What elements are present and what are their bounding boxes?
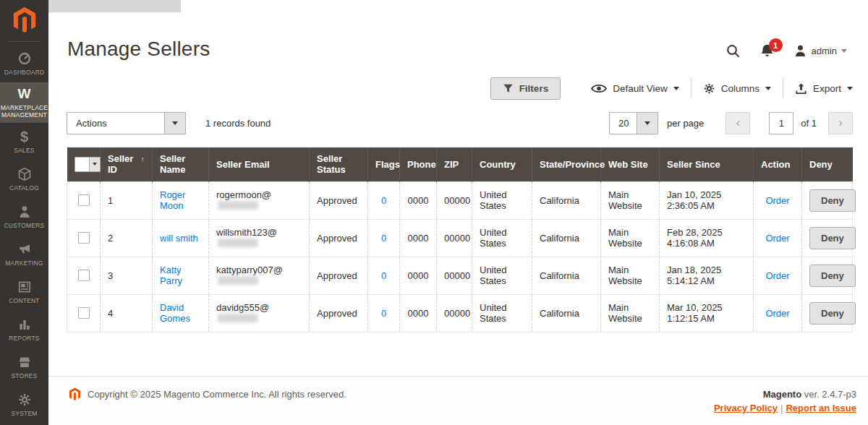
default-view-label: Default View [613,83,668,94]
notification-badge[interactable]: 1 [769,38,783,52]
cell-state: California [532,181,601,219]
cell-state: California [532,294,601,332]
order-link[interactable]: Order [765,195,789,206]
grid-toolbar: Filters Default View Columns Export [48,77,853,100]
export-menu[interactable]: Export [783,82,853,95]
col-header-deny[interactable]: Deny [802,147,853,181]
prev-page-button[interactable]: ‹ [726,112,750,134]
col-header-phone[interactable]: Phone [400,147,437,181]
col-header-seller-id[interactable]: ↑Seller ID [101,147,153,181]
row-checkbox[interactable] [78,194,90,206]
blurred-email-domain [218,201,258,210]
sidebar-item-marketplace-management[interactable]: W MARKETPLACE MANAGEMENT [0,82,48,123]
col-header-seller-since[interactable]: Seller Since [660,147,754,181]
sidebar-item-system[interactable]: SYSTEM [0,386,48,424]
customers-icon [17,205,32,219]
sidebar-item-label: REPORTS [9,335,39,342]
sidebar-item-label: MARKETPLACE MANAGEMENT [1,104,48,119]
col-header-zip[interactable]: ZIP [437,147,472,181]
default-view-menu[interactable]: Default View [579,83,691,94]
sidebar-item-reports[interactable]: REPORTS [0,311,48,348]
col-header-country[interactable]: Country [472,147,532,181]
cell-state: California [532,219,601,257]
col-header-action[interactable]: Action [754,147,802,181]
cell-website: Main Website [601,294,660,332]
select-all-checkbox[interactable] [75,158,89,171]
sidebar-item-customers[interactable]: CUSTOMERS [0,198,48,236]
filter-funnel-icon [503,83,514,94]
row-checkbox[interactable] [78,270,90,281]
header-actions: 1 admin [726,43,847,59]
deny-button[interactable]: Deny [809,227,856,249]
cell-seller-since: Jan 10, 2025 2:36:05 AM [660,181,754,219]
flags-link[interactable]: 0 [381,195,386,206]
next-page-button[interactable]: › [828,112,853,134]
cell-website: Main Website [601,219,660,257]
sidebar-item-dashboard[interactable]: DASHBOARD [0,45,48,82]
deny-button[interactable]: Deny [809,265,856,287]
table-row: 3 Katty Parry kattyparry007@ Approved 0 … [67,257,853,294]
reports-icon [17,317,32,332]
col-header-seller-status[interactable]: Seller Status [310,147,368,181]
sidebar-item-content[interactable]: CONTENT [0,273,48,311]
search-icon[interactable] [726,43,741,59]
sidebar-item-label: CATALOG [9,184,39,192]
user-icon [793,44,807,58]
page-of-label: of 1 [801,118,817,129]
cell-website: Main Website [601,257,660,294]
eye-icon [591,83,607,94]
deny-button[interactable]: Deny [809,302,856,325]
col-header-seller-email[interactable]: Seller Email [209,147,310,181]
flags-link[interactable]: 0 [381,270,386,281]
col-header-flags[interactable]: Flags [368,147,400,181]
notifications-bell[interactable]: 1 [760,43,775,59]
privacy-policy-link[interactable]: Privacy Policy [714,403,778,413]
page-title: Manage Sellers [67,38,210,61]
cell-seller-email: davidg555@ [209,294,310,332]
row-checkbox[interactable] [78,307,90,319]
sidebar-item-marketing[interactable]: MARKETING [0,236,48,273]
admin-menu[interactable]: admin [793,44,847,58]
select-all-caret[interactable] [89,158,100,171]
sidebar-item-catalog[interactable]: CATALOG [0,160,48,198]
col-header-web-site[interactable]: Web Site [601,147,660,181]
blurred-email-domain [218,276,258,285]
sidebar-item-label: STORES [12,372,38,379]
actions-select[interactable]: Actions [67,112,186,134]
seller-name-link[interactable]: will smith [160,233,198,244]
magento-logo[interactable] [12,0,37,40]
deny-button[interactable]: Deny [809,189,856,212]
row-checkbox[interactable] [78,232,90,244]
sidebar-item-sales[interactable]: $ SALES [0,123,48,160]
cell-phone: 0000 [400,219,437,257]
per-page-select[interactable]: 20 [609,112,658,134]
main-content: Manage Sellers 1 admin [48,0,868,425]
order-link[interactable]: Order [765,308,789,319]
page-number-input[interactable] [769,112,793,134]
sidebar: DASHBOARD W MARKETPLACE MANAGEMENT $ SAL… [0,0,48,425]
select-all-dropdown[interactable] [75,157,101,172]
sidebar-item-label: SALES [14,147,34,154]
order-link[interactable]: Order [765,270,789,281]
report-issue-link[interactable]: Report an Issue [786,403,856,413]
pagination-controls: 20 per page ‹ of 1 › [609,112,853,134]
filters-button[interactable]: Filters [490,77,561,100]
cell-seller-email: willsmith123@ [209,219,310,257]
sidebar-item-stores[interactable]: STORES [0,348,48,386]
flags-link[interactable]: 0 [381,233,386,244]
seller-name-link[interactable]: David Gomes [160,302,190,324]
col-header-seller-name[interactable]: Seller Name [153,147,209,181]
seller-name-link[interactable]: Katty Parry [160,265,182,286]
next-chevron-icon: › [838,116,843,130]
admin-username: admin [812,46,837,56]
col-header-state-province[interactable]: State/Province [532,147,601,181]
sidebar-item-label: DASHBOARD [4,69,45,76]
seller-name-link[interactable]: Roger Moon [160,189,185,211]
flags-link[interactable]: 0 [381,308,386,319]
cell-phone: 0000 [400,294,437,332]
cell-seller-id: 2 [101,219,153,257]
sidebar-divider [7,41,41,42]
columns-menu[interactable]: Columns [692,82,783,95]
cell-seller-status: Approved [310,219,368,257]
order-link[interactable]: Order [765,233,789,244]
